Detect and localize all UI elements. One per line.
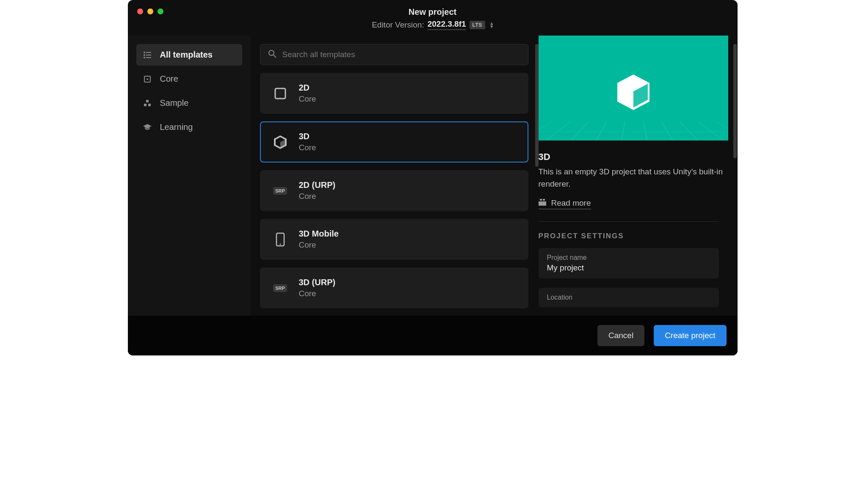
svg-rect-13 (275, 88, 285, 99)
sidebar-item-core[interactable]: Core (136, 68, 242, 90)
search-icon (268, 50, 276, 60)
blocks-icon (143, 99, 152, 107)
sidebar-item-label: Core (160, 74, 178, 84)
template-list: 2D Core 3D Core SRP (260, 73, 534, 308)
sidebar-item-label: Learning (160, 122, 193, 132)
graduation-cap-icon (143, 124, 152, 131)
svg-rect-18 (543, 199, 545, 201)
close-window-button[interactable] (137, 8, 143, 14)
svg-rect-9 (144, 104, 146, 106)
list-icon (143, 52, 152, 58)
template-item-3d-urp[interactable]: SRP 3D (URP) Core (260, 267, 528, 308)
create-project-button[interactable]: Create project (654, 325, 726, 346)
svg-rect-17 (540, 199, 542, 201)
template-name: 2D (URP) (299, 180, 336, 190)
svg-point-11 (269, 50, 274, 55)
editor-version-row: Editor Version: 2022.3.8f1 LTS ▴▾ (372, 19, 493, 30)
search-input[interactable] (282, 50, 520, 59)
svg-point-2 (144, 55, 145, 55)
search-box[interactable] (260, 44, 528, 65)
sidebar-item-all-templates[interactable]: All templates (136, 44, 242, 66)
project-name-field[interactable]: Project name My project (539, 248, 719, 278)
template-subtitle: Core (299, 192, 336, 201)
svg-rect-16 (539, 201, 546, 206)
template-preview (539, 36, 728, 140)
template-name: 2D (299, 83, 316, 93)
square-icon (273, 86, 288, 101)
editor-version-label: Editor Version: (372, 20, 424, 30)
package-icon (539, 198, 546, 208)
version-stepper-icon[interactable]: ▴▾ (490, 22, 493, 28)
template-subtitle: Core (299, 289, 336, 298)
template-subtitle: Core (299, 240, 339, 250)
grid-floor (539, 121, 728, 140)
window-title: New project (409, 7, 456, 17)
srp-badge-icon: SRP (273, 183, 288, 198)
scrollbar[interactable] (733, 44, 737, 158)
cube-icon (617, 74, 649, 112)
sidebar-item-label: Sample (160, 98, 189, 108)
scrollbar[interactable] (535, 44, 539, 167)
footer: Cancel Create project (128, 316, 738, 355)
template-item-2d[interactable]: 2D Core (260, 73, 528, 114)
location-field[interactable]: Location (539, 288, 719, 307)
cancel-button[interactable]: Cancel (597, 325, 644, 346)
cube-icon (273, 135, 288, 150)
template-name: 3D Mobile (299, 229, 339, 239)
read-more-label: Read more (551, 198, 591, 208)
new-project-window: New project Editor Version: 2022.3.8f1 L… (128, 0, 738, 355)
location-label: Location (547, 294, 710, 301)
project-name-value: My project (547, 263, 710, 273)
sidebar-item-sample[interactable]: Sample (136, 92, 242, 114)
lts-badge: LTS (470, 21, 485, 29)
square-dot-icon (143, 75, 152, 83)
body: All templates Core Sample Learning (128, 36, 738, 316)
detail-title: 3D (539, 151, 728, 162)
svg-point-4 (144, 57, 145, 58)
template-subtitle: Core (299, 143, 316, 152)
sidebar: All templates Core Sample Learning (128, 36, 251, 316)
titlebar: New project Editor Version: 2022.3.8f1 L… (128, 0, 738, 36)
editor-version-value[interactable]: 2022.3.8f1 (428, 19, 466, 30)
svg-point-7 (146, 78, 148, 80)
template-item-2d-urp[interactable]: SRP 2D (URP) Core (260, 170, 528, 211)
svg-rect-8 (146, 100, 149, 102)
project-settings-header: PROJECT SETTINGS (539, 232, 728, 240)
svg-point-0 (144, 52, 145, 53)
divider (539, 221, 719, 222)
template-item-3d[interactable]: 3D Core (260, 121, 528, 162)
svg-point-15 (279, 243, 281, 245)
detail-panel: 3D This is an empty 3D project that uses… (539, 36, 738, 316)
template-name: 3D (299, 132, 316, 141)
template-panel: 2D Core 3D Core SRP (251, 36, 539, 316)
maximize-window-button[interactable] (158, 8, 163, 14)
window-controls (137, 8, 163, 14)
srp-badge-icon: SRP (273, 281, 288, 296)
project-name-label: Project name (547, 254, 710, 262)
svg-rect-10 (148, 104, 151, 106)
template-item-3d-mobile[interactable]: 3D Mobile Core (260, 219, 528, 260)
sidebar-item-learning[interactable]: Learning (136, 116, 242, 138)
sidebar-item-label: All templates (160, 50, 213, 60)
svg-line-12 (274, 55, 276, 58)
minimize-window-button[interactable] (147, 8, 153, 14)
template-subtitle: Core (299, 94, 316, 104)
read-more-link[interactable]: Read more (539, 198, 591, 209)
template-name: 3D (URP) (299, 278, 336, 287)
detail-description: This is an empty 3D project that uses Un… (539, 166, 728, 190)
phone-icon (273, 232, 288, 247)
